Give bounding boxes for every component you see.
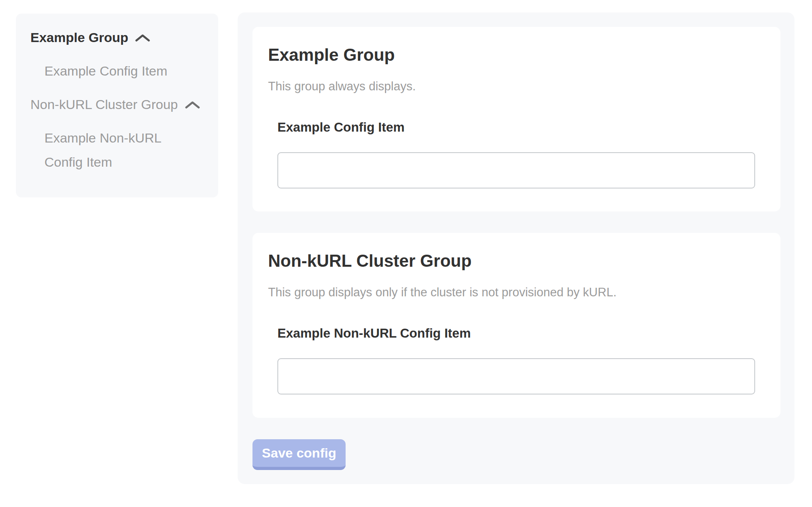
group-title: Non-kURL Cluster Group: [268, 252, 755, 269]
chevron-up-icon: [135, 34, 150, 42]
sidebar-item-example-non-kurl-config-item[interactable]: Example Non-kURL Config Item: [30, 126, 182, 174]
group-description: This group always displays.: [268, 79, 755, 94]
example-non-kurl-config-item-input[interactable]: [277, 358, 755, 394]
sidebar-group-non-kurl-cluster-group[interactable]: Non-kURL Cluster Group: [30, 92, 207, 116]
config-nav-sidebar: Example Group Example Config Item Non-kU…: [16, 14, 218, 197]
config-group-card-example-group: Example Group This group always displays…: [252, 27, 780, 211]
config-group-card-non-kurl-cluster-group: Non-kURL Cluster Group This group displa…: [252, 233, 780, 418]
sidebar-group-label: Non-kURL Cluster Group: [30, 92, 178, 116]
sidebar-item-label: Example Config Item: [44, 63, 168, 78]
config-item: Example Non-kURL Config Item: [277, 326, 755, 394]
example-config-item-input[interactable]: [277, 152, 755, 188]
config-item: Example Config Item: [277, 120, 755, 188]
sidebar-group-example-group[interactable]: Example Group: [30, 25, 207, 49]
sidebar-item-example-config-item[interactable]: Example Config Item: [30, 59, 182, 83]
chevron-up-icon: [185, 101, 200, 109]
save-config-button[interactable]: Save config: [252, 439, 346, 470]
config-item-label: Example Non-kURL Config Item: [277, 326, 755, 341]
sidebar-item-label: Example Non-kURL Config Item: [44, 130, 161, 169]
group-title: Example Group: [268, 46, 755, 63]
group-description: This group displays only if the cluster …: [268, 285, 755, 300]
config-main-panel: Example Group This group always displays…: [238, 12, 794, 484]
sidebar-group-label: Example Group: [30, 25, 128, 49]
config-item-label: Example Config Item: [277, 120, 755, 135]
